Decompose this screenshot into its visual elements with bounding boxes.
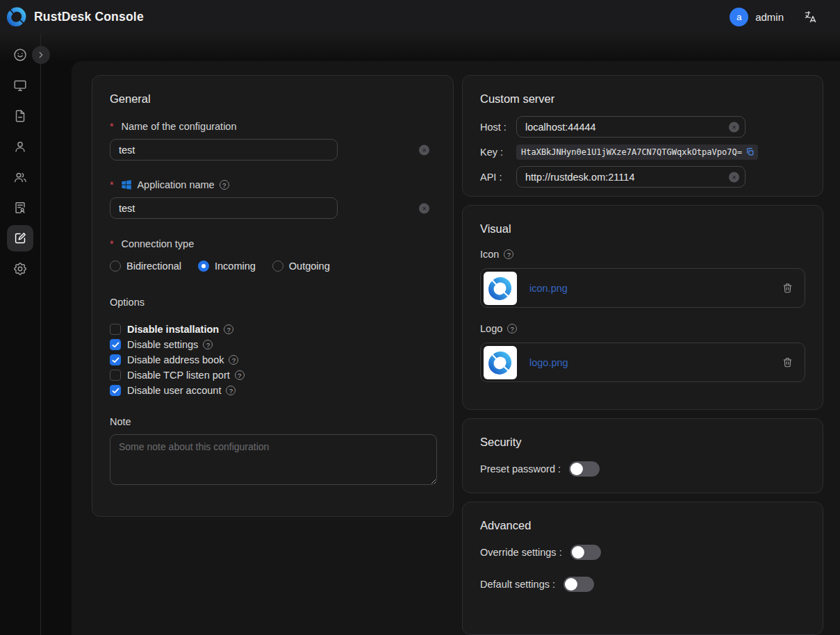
logo-file-link[interactable]: logo.png (529, 357, 568, 368)
help-icon[interactable] (235, 370, 245, 380)
connection-type-label: Connection type (110, 238, 436, 249)
note-textarea[interactable] (110, 434, 437, 485)
clear-icon[interactable] (729, 172, 739, 182)
help-icon[interactable] (220, 180, 229, 190)
icon-file-box: icon.png (480, 268, 805, 308)
connection-type-option[interactable]: Incoming (198, 261, 256, 272)
sidebar-item-audit[interactable] (0, 192, 41, 223)
key-row: Key : HtaXBkJNHyn0e1U1jWXze7A7CN7QTGWqxk… (480, 141, 805, 163)
sidebar (0, 33, 41, 635)
edit-icon (13, 231, 28, 246)
host-label: Host : (480, 122, 516, 133)
radio-label: Outgoing (289, 261, 330, 272)
option-row[interactable]: Disable address book (110, 352, 436, 368)
radio-button[interactable] (110, 261, 121, 272)
icon-file-link[interactable]: icon.png (529, 283, 568, 294)
sidebar-item-devices[interactable] (0, 70, 41, 101)
trash-icon[interactable] (782, 282, 793, 294)
server-key-value: HtaXBkJNHyn0e1U1jWXze7A7CN7QTGWqxkOtpaVp… (521, 147, 742, 157)
clear-icon[interactable] (729, 122, 739, 132)
radio-button[interactable] (272, 261, 283, 272)
topbar: RustDesk Console a admin (0, 0, 840, 33)
checkbox[interactable] (110, 339, 121, 350)
active-item-highlight (7, 225, 33, 251)
preset-password-toggle[interactable] (569, 461, 600, 477)
custom-server-card: Custom server Host : Key : HtaXBkJNHyn0e… (462, 75, 823, 197)
visual-card: Visual Icon icon.png (462, 205, 823, 410)
avatar: a (730, 8, 748, 26)
config-name-input[interactable] (110, 139, 338, 160)
security-title: Security (480, 436, 805, 449)
checkbox-label: Disable address book (127, 354, 224, 365)
config-name-label: Name of the configuration (110, 121, 436, 132)
main-panel: General Name of the configuration (72, 61, 840, 635)
default-settings-label: Default settings : (480, 579, 555, 590)
clear-icon[interactable] (419, 145, 429, 155)
document-icon (13, 108, 28, 124)
connection-type-option[interactable]: Bidirectional (110, 261, 181, 272)
sidebar-item-groups[interactable] (0, 162, 41, 192)
advanced-card: Advanced Override settings : Default set… (462, 502, 823, 635)
connection-type-option[interactable]: Outgoing (272, 261, 330, 272)
help-icon[interactable] (229, 355, 238, 365)
rustdesk-logo-icon (6, 6, 27, 27)
logo-thumbnail (484, 346, 517, 379)
username: admin (755, 11, 784, 23)
help-icon[interactable] (203, 340, 213, 349)
help-icon[interactable] (507, 324, 517, 333)
options-checkbox-list: Disable installation Disable settings (110, 322, 436, 398)
app-title: RustDesk Console (34, 10, 144, 24)
checkbox[interactable] (110, 324, 121, 335)
audit-log-icon (13, 200, 28, 215)
translate-icon[interactable] (803, 10, 818, 24)
checkbox[interactable] (110, 354, 121, 365)
icon-thumbnail (484, 272, 517, 305)
radio-label: Bidirectional (126, 261, 181, 272)
checkbox-label: Disable user account (127, 385, 221, 396)
sidebar-item-documents[interactable] (0, 101, 41, 131)
sidebar-expand-button[interactable] (32, 46, 50, 64)
preset-password-row: Preset password : (480, 461, 805, 477)
api-label: API : (480, 172, 516, 183)
topbar-shadow (0, 33, 840, 63)
windows-logo-icon (121, 179, 132, 190)
checkbox[interactable] (110, 370, 121, 381)
host-input[interactable] (516, 116, 746, 138)
radio-button[interactable] (198, 261, 209, 272)
copy-icon[interactable] (746, 147, 755, 156)
clear-icon[interactable] (419, 203, 429, 213)
advanced-title: Advanced (480, 519, 805, 532)
help-icon[interactable] (226, 386, 236, 395)
icon-label: Icon (480, 249, 805, 260)
gear-icon (13, 261, 28, 277)
preset-password-label: Preset password : (480, 463, 561, 475)
logo-label: Logo (480, 323, 805, 334)
checkbox[interactable] (110, 385, 121, 396)
user-menu[interactable]: a admin (730, 8, 784, 26)
visual-title: Visual (480, 222, 805, 236)
trash-icon[interactable] (782, 356, 793, 368)
api-input[interactable] (516, 166, 746, 188)
option-row[interactable]: Disable TCP listen port (110, 368, 436, 383)
general-card: General Name of the configuration (92, 75, 454, 517)
sidebar-item-settings[interactable] (0, 254, 41, 284)
sidebar-item-custom-clients[interactable] (0, 223, 41, 254)
custom-server-title: Custom server (480, 92, 805, 106)
option-row[interactable]: Disable settings (110, 337, 436, 352)
help-icon[interactable] (504, 249, 513, 259)
server-key-chip[interactable]: HtaXBkJNHyn0e1U1jWXze7A7CN7QTGWqxkOtpaVp… (516, 145, 758, 160)
option-row[interactable]: Disable user account (110, 383, 436, 398)
help-icon[interactable] (224, 324, 233, 334)
default-settings-toggle[interactable] (563, 577, 594, 592)
application-name-input[interactable] (110, 197, 338, 219)
sidebar-item-users[interactable] (0, 131, 41, 162)
user-icon (13, 139, 28, 154)
override-settings-toggle[interactable] (570, 545, 601, 560)
checkbox-label: Disable installation (127, 324, 219, 335)
smiley-icon (13, 47, 28, 63)
default-settings-row: Default settings : (480, 577, 805, 592)
application-name-label: Application name (110, 179, 436, 190)
users-icon (13, 170, 28, 185)
option-row[interactable]: Disable installation (110, 322, 436, 337)
override-settings-label: Override settings : (480, 547, 562, 558)
